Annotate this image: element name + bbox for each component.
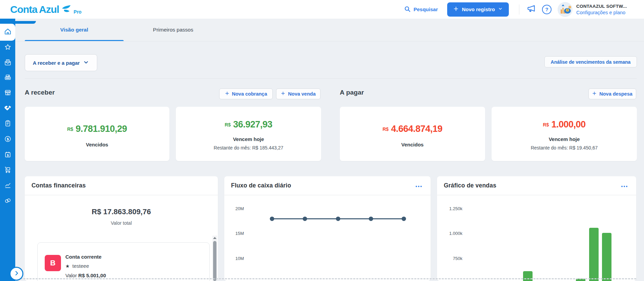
more-options-icon[interactable] — [414, 184, 423, 188]
y-axis-tick-label: 20M — [224, 206, 244, 211]
clipboard-icon — [4, 120, 12, 128]
favorite-star-icon: ★ — [65, 263, 70, 269]
account-favorite-row: ★ testeee — [65, 263, 89, 269]
top-bar: Conta Azul Pro Pesquisar — [0, 0, 644, 19]
y-axis-tick-label: 15M — [224, 231, 244, 236]
overdue-payable-amount: 4.664.874,19 — [391, 124, 442, 134]
card-label: Vencidos — [25, 142, 169, 147]
y-axis-tick-label: 10M — [224, 256, 244, 261]
avatar[interactable] — [558, 2, 573, 17]
new-record-button[interactable]: Novo registro — [447, 2, 509, 17]
handshake-icon — [4, 104, 12, 113]
sidebar-item-stock[interactable] — [0, 167, 15, 174]
new-expense-button[interactable]: Nova despesa — [588, 88, 636, 99]
help-button[interactable]: ? — [542, 5, 552, 14]
account-name: Conta corrente — [65, 254, 102, 260]
financial-accounts-card: Contas financeiras R$ 17.863.809,76 Valo… — [25, 176, 218, 281]
question-mark-icon: ? — [542, 5, 552, 14]
scrollbar-up-arrow-icon[interactable] — [213, 237, 216, 239]
top-bar-actions: Pesquisar Novo registro — [404, 0, 639, 19]
tab-primeiros-passos[interactable]: Primeiros passos — [124, 19, 223, 41]
account-list-item[interactable]: B Conta corrente ★ testeee Valor R$ 5.00… — [37, 242, 210, 281]
y-axis-tick-label: 750k — [437, 256, 462, 261]
sales-bar — [523, 271, 533, 281]
sidebar-item-partners[interactable] — [0, 105, 15, 112]
scope-dropdown[interactable]: A receber e a pagar — [25, 54, 97, 71]
logo-text-azul: Azul — [39, 4, 59, 15]
accounts-total-label: Valor total — [25, 220, 218, 226]
sidebar-item-inbox[interactable] — [0, 59, 15, 67]
data-point — [369, 217, 373, 221]
account-value: R$ 5.001,00 — [78, 273, 106, 278]
new-record-label: Novo registro — [462, 6, 495, 12]
sidebar-item-store[interactable] — [0, 89, 15, 97]
card-label: Vencem hoje — [176, 136, 321, 142]
cash-register-icon — [4, 74, 12, 82]
data-point — [402, 217, 406, 221]
tab-visao-geral[interactable]: Visão geral — [25, 19, 124, 41]
hand-truck-icon — [4, 166, 12, 175]
bank-badge: B — [45, 255, 61, 271]
due-today-receivable-amount: 36.927,93 — [233, 119, 272, 130]
due-analysis-button[interactable]: Análise de vencimentos da semana — [544, 56, 637, 67]
more-options-icon[interactable] — [620, 184, 629, 188]
search-icon — [404, 5, 411, 14]
sidebar-item-payroll[interactable]: $ — [0, 152, 15, 159]
sales-bar — [602, 233, 611, 281]
calendar-money-icon: $ — [4, 151, 12, 160]
contaazul-dashboard: Conta Azul Pro Pesquisar — [0, 0, 644, 281]
accounts-total-value: R$ 17.863.809,76 — [25, 207, 218, 216]
due-today-payable-amount: 1.000,00 — [551, 119, 585, 130]
widget-header: Gráfico de vendas — [437, 176, 636, 195]
sidebar-item-reports[interactable] — [0, 182, 15, 190]
store-icon — [4, 89, 12, 98]
section-divider — [25, 78, 637, 79]
new-charge-button[interactable]: Nova cobrança — [219, 88, 273, 99]
sales-chart-card: Gráfico de vendas 1.250k1.000k750k — [437, 176, 636, 281]
inbox-document-icon — [4, 59, 12, 67]
account-value-row: Valor R$ 5.001,00 — [65, 273, 106, 278]
page-tabs: Visão geral Primeiros passos — [15, 19, 644, 41]
home-icon — [4, 27, 12, 37]
sidebar-item-integrations[interactable] — [0, 198, 15, 205]
sidebar-item-home[interactable] — [0, 24, 15, 41]
announcements-button[interactable] — [527, 4, 536, 15]
sidebar-item-favorites[interactable] — [0, 44, 15, 52]
tab-label: Visão geral — [60, 27, 88, 33]
plus-icon — [225, 91, 229, 97]
account-list-scrollbar — [212, 236, 217, 281]
tab-label: Primeiros passos — [153, 27, 193, 33]
account-value-label: Valor — [65, 273, 77, 278]
new-sale-button[interactable]: Nova venda — [276, 88, 320, 99]
chevron-right-icon — [14, 270, 20, 278]
user-menu[interactable]: CONTAAZUL SOFTW... Configurações e plano — [576, 4, 639, 15]
payables-due-today-card[interactable]: R$ 1.000,00 Vencem hoje Restante do mês:… — [492, 107, 637, 161]
cash-flow-card: Fluxo de caixa diário 20M15M10M — [224, 176, 431, 281]
plus-icon — [281, 91, 285, 97]
search-button[interactable]: Pesquisar — [404, 5, 438, 14]
settings-plan-link[interactable]: Configurações e plano — [576, 10, 639, 15]
active-item-accent — [0, 21, 36, 24]
svg-text:$: $ — [6, 137, 9, 141]
contaazul-logo[interactable]: Conta Azul Pro — [10, 0, 82, 19]
payables-overdue-card[interactable]: R$ 4.664.874,19 Vencidos — [340, 107, 485, 161]
sidebar-item-tasks[interactable] — [0, 120, 15, 128]
receivables-overdue-card[interactable]: R$ 9.781.910,29 Vencidos — [25, 107, 169, 161]
company-name: CONTAAZUL SOFTW... — [576, 4, 639, 9]
scrollbar-thumb[interactable] — [213, 241, 216, 281]
sidebar-item-finances[interactable]: $ — [0, 136, 15, 143]
plus-icon — [592, 91, 597, 97]
widget-title: Gráfico de vendas — [444, 182, 496, 189]
megaphone-icon — [527, 4, 536, 15]
overdue-receivable-amount: 9.781.910,29 — [76, 124, 127, 134]
sidebar-expand-button[interactable] — [9, 267, 23, 281]
card-label: Vencidos — [340, 142, 485, 147]
plus-icon — [453, 6, 459, 13]
sidebar-item-cash-register[interactable] — [0, 74, 15, 82]
currency-prefix: R$ — [543, 122, 549, 127]
receivables-due-today-card[interactable]: R$ 36.927,93 Vencem hoje Restante do mês… — [176, 107, 321, 161]
widget-title: Fluxo de caixa diário — [231, 182, 291, 189]
currency-prefix: R$ — [67, 126, 73, 132]
sales-bar — [589, 228, 599, 281]
new-charge-label: Nova cobrança — [232, 91, 267, 97]
